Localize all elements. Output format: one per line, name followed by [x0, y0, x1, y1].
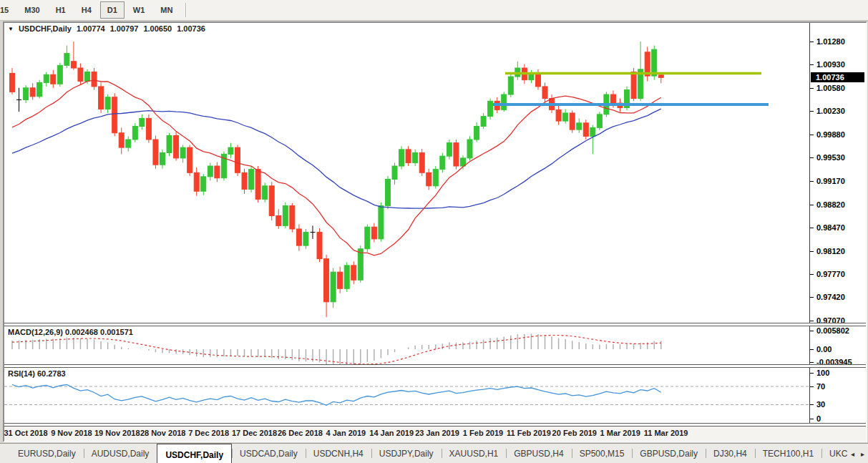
- price-tick-label: 0.98820: [816, 200, 845, 209]
- axis-tick-mark: [810, 386, 814, 387]
- axis-tick-mark: [810, 42, 814, 42]
- price-tick-label: 0.97770: [816, 270, 845, 278]
- chart-tabbar: EURUSD,Daily AUDUSD,Daily USDCHF,Daily U…: [0, 443, 868, 463]
- price-tick-label: 0.97070: [816, 316, 845, 323]
- axis-tick-mark: [810, 88, 814, 89]
- chart-title: ▼ USDCHF,Daily 1.007741.007971.006501.00…: [8, 24, 205, 33]
- date-tick-label: 11 Mar 2019: [644, 429, 688, 437]
- macd-tick-label: 0.00: [816, 345, 832, 354]
- tab-usdchf-daily[interactable]: USDCHF,Daily: [157, 444, 232, 463]
- date-tick-label: 31 Oct 2018: [4, 429, 47, 437]
- price-tick-label: 0.99880: [816, 130, 845, 139]
- macd-indicator-plot[interactable]: MACD(12,26,9) 0.002468 0.001571: [4, 326, 809, 364]
- tab-gbpusd-daily[interactable]: GBPUSD,Daily: [632, 446, 706, 461]
- tab-tech100-h1[interactable]: TECH100,H1: [755, 446, 821, 461]
- axis-tick-mark: [810, 205, 814, 205]
- macd-tick-label: 0.005802: [816, 326, 849, 335]
- date-tick-label: 9 Nov 2018: [51, 429, 92, 437]
- axis-tick-mark: [810, 331, 814, 331]
- date-tick-label: 23 Jan 2019: [415, 429, 459, 437]
- timeframe-button-m30[interactable]: M30: [17, 1, 47, 19]
- rsi-layer: [4, 368, 809, 423]
- rsi-tick-label: 30: [816, 400, 825, 409]
- timeframe-button-w1[interactable]: W1: [126, 1, 152, 19]
- tab-usdcad-daily[interactable]: USDCAD,Daily: [232, 446, 306, 461]
- rsi-tick-label: 100: [816, 369, 829, 377]
- candlestick-layer: [4, 23, 809, 323]
- rsi-tick-label: 0: [816, 414, 821, 423]
- chart-window: ▼ USDCHF,Daily 1.007741.007971.006501.00…: [3, 21, 867, 442]
- date-tick-label: 1 Feb 2019: [463, 429, 503, 437]
- macd-label: MACD(12,26,9) 0.002468 0.001571: [8, 328, 133, 336]
- tab-eurusd-daily[interactable]: EURUSD,Daily: [10, 446, 84, 461]
- macd-tick-label: -0.003945: [816, 358, 852, 364]
- price-tick-label: 1.00230: [816, 107, 845, 115]
- price-tick-label: 0.99530: [816, 153, 845, 162]
- axis-tick-mark: [810, 157, 814, 158]
- timeframe-button-h4[interactable]: H4: [74, 1, 99, 19]
- axis-tick-mark: [810, 274, 814, 275]
- price-chart-plot[interactable]: ▼ USDCHF,Daily 1.007741.007971.006501.00…: [4, 23, 809, 323]
- date-axis[interactable]: 31 Oct 20189 Nov 201819 Nov 201828 Nov 2…: [4, 427, 866, 441]
- trading-terminal-window: 15 M30 H1 H4 D1 W1 MN ▼ USDCHF,Daily 1.0…: [0, 0, 868, 463]
- timeframe-button-m15[interactable]: 15: [0, 1, 16, 19]
- tab-usdjpy-daily[interactable]: USDJPY,Daily: [371, 446, 442, 461]
- ohlc-low-value: 1.00650: [143, 24, 172, 33]
- axis-tick-mark: [810, 111, 814, 112]
- chart-dropdown-icon[interactable]: ▼: [8, 26, 14, 32]
- date-tick-label: 19 Nov 2018: [94, 429, 140, 437]
- price-tick-label: 1.00580: [816, 84, 845, 92]
- price-tick-label: 0.97420: [816, 293, 845, 301]
- chart-symbol-label: USDCHF,Daily: [19, 24, 72, 33]
- rsi-label: RSI(14) 60.2783: [8, 369, 66, 378]
- date-tick-label: 7 Dec 2018: [188, 429, 229, 437]
- current-price-badge: 1.00736: [811, 72, 864, 82]
- axis-tick-mark: [810, 419, 814, 419]
- date-tick-label: 28 Nov 2018: [140, 429, 186, 437]
- axis-tick-mark: [810, 373, 814, 374]
- tab-xauusd-h1[interactable]: XAUUSD,H1: [442, 446, 507, 461]
- axis-tick-mark: [810, 362, 814, 363]
- axis-tick-mark: [810, 297, 814, 298]
- price-tick-label: 0.98470: [816, 223, 845, 232]
- axis-tick-mark: [810, 64, 814, 65]
- axis-tick-mark: [810, 349, 814, 350]
- axis-tick-mark: [810, 181, 814, 182]
- rsi-indicator-plot[interactable]: RSI(14) 60.2783: [4, 368, 809, 423]
- date-tick-label: 26 Dec 2018: [278, 429, 323, 437]
- price-tick-label: 0.99170: [816, 177, 845, 185]
- ohlc-open-value: 1.00774: [77, 24, 105, 33]
- axis-tick-mark: [810, 228, 814, 228]
- ohlc-high-value: 1.00797: [110, 24, 139, 33]
- tab-sp500-m15[interactable]: SP500,M15: [572, 446, 633, 461]
- date-tick-label: 17 Dec 2018: [232, 429, 277, 437]
- price-tick-label: 1.01280: [816, 37, 845, 46]
- timeframe-button-mn[interactable]: MN: [153, 1, 180, 19]
- tab-scroll-left-icon[interactable]: ◂: [851, 450, 854, 458]
- price-tick-label: 1.00930: [816, 60, 845, 69]
- toolbar-separator: [185, 3, 186, 17]
- axis-tick-mark: [810, 135, 814, 135]
- tab-audusd-daily[interactable]: AUDUSD,Daily: [84, 446, 157, 461]
- date-tick-label: 1 Mar 2019: [600, 429, 640, 437]
- date-tick-label: 20 Feb 2019: [552, 429, 597, 437]
- axis-tick-mark: [810, 321, 814, 321]
- date-tick-label: 4 Jan 2019: [326, 429, 366, 437]
- tab-scroll-right-icon[interactable]: ▸: [861, 450, 864, 458]
- date-tick-label: 14 Jan 2019: [369, 429, 414, 437]
- ohlc-close-value: 1.00736: [177, 24, 205, 33]
- tab-dj30-h4[interactable]: DJ30,H4: [706, 446, 755, 461]
- rsi-tick-label: 70: [816, 382, 825, 391]
- macd-axis: 0.0058020.00-0.003945: [809, 326, 866, 364]
- timeframe-toolbar: 15 M30 H1 H4 D1 W1 MN: [0, 0, 868, 21]
- timeframe-button-d1[interactable]: D1: [100, 1, 125, 19]
- tab-usdcnh-h4[interactable]: USDCNH,H4: [306, 446, 371, 461]
- price-axis[interactable]: 1.012801.009301.005801.002300.998800.995…: [809, 23, 866, 323]
- tab-gbpusd-h4[interactable]: GBPUSD,H4: [506, 446, 571, 461]
- date-tick-label: 11 Feb 2019: [507, 429, 551, 437]
- timeframe-button-h1[interactable]: H1: [49, 1, 73, 19]
- rsi-panel-row: RSI(14) 60.2783 10070300: [4, 368, 866, 423]
- main-chart-row: ▼ USDCHF,Daily 1.007741.007971.006501.00…: [4, 23, 866, 323]
- tab-scroll-buttons: ◂ ▸: [851, 450, 864, 458]
- axis-tick-mark: [810, 404, 814, 405]
